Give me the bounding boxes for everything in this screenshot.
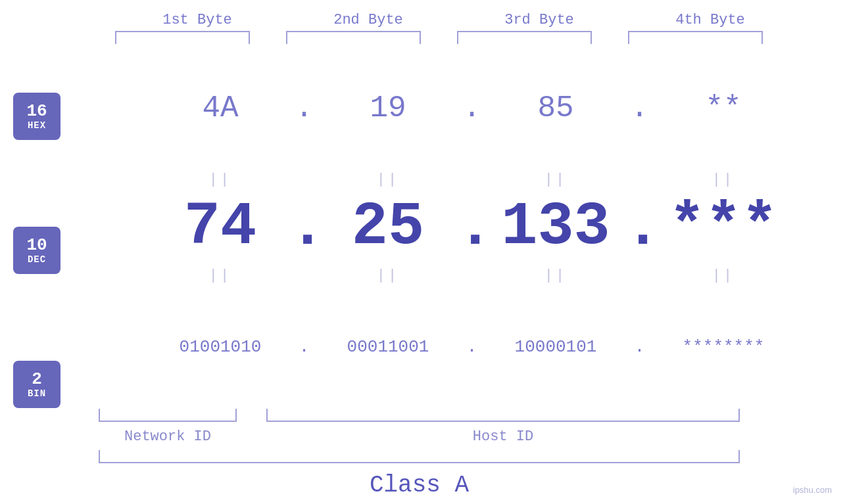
class-label: Class A — [370, 472, 469, 499]
bracket-bottom-1 — [99, 409, 237, 422]
dec-dot-2: . — [457, 193, 487, 262]
badges-column: 16 HEX 10 DEC 2 BIN — [0, 49, 99, 504]
hex-val-1: 4A — [151, 91, 289, 126]
dec-row: 74 . 25 . 133 . *** — [99, 192, 845, 263]
hex-badge: 16 HEX — [13, 93, 60, 140]
equals-row-2: || || || || — [99, 263, 845, 288]
hex-val-2: 19 — [319, 91, 457, 126]
class-bracket-row — [99, 450, 845, 467]
hex-val-4: ** — [654, 91, 792, 126]
hex-dot-2: . — [457, 91, 487, 126]
bin-badge-number: 2 — [32, 370, 42, 389]
bracket-top-4 — [628, 31, 763, 44]
bin-row: 01001010 . 00011001 . 10000101 . *******… — [99, 288, 845, 405]
bracket-top-3 — [457, 31, 592, 44]
eq1-2: || — [319, 172, 457, 188]
data-area: 4A . 19 . 85 . ** || || || || 74 — [99, 49, 845, 504]
eq1-1: || — [151, 172, 289, 188]
id-labels: Network ID Host ID — [99, 428, 845, 445]
dec-val-1: 74 — [151, 197, 289, 258]
bin-val-3: 10000101 — [487, 337, 625, 357]
bracket-top-2 — [286, 31, 421, 44]
bin-dot-1: . — [289, 337, 319, 357]
dec-dot-3: . — [625, 193, 654, 262]
hex-val-3: 85 — [487, 91, 625, 126]
dec-dot-1: . — [289, 193, 319, 262]
byte4-label: 4th Byte — [625, 12, 796, 28]
dec-badge: 10 DEC — [13, 227, 60, 274]
bracket-top-1 — [115, 31, 250, 44]
dec-badge-label: DEC — [28, 254, 46, 265]
byte3-label: 3rd Byte — [454, 12, 625, 28]
dec-val-2: 25 — [319, 197, 457, 258]
dec-val-4: *** — [654, 197, 792, 258]
hex-badge-label: HEX — [28, 120, 46, 131]
host-id-label: Host ID — [266, 428, 740, 445]
hex-dot-3: . — [625, 91, 654, 126]
bin-dot-3: . — [625, 337, 654, 357]
network-id-label: Network ID — [99, 428, 237, 445]
dec-val-3: 133 — [487, 197, 625, 258]
eq2-2: || — [319, 267, 457, 284]
eq2-3: || — [487, 267, 625, 284]
main-content: 16 HEX 10 DEC 2 BIN 4A . 19 . 85 . ** — [0, 49, 845, 504]
bin-dot-2: . — [457, 337, 487, 357]
class-bracket — [99, 450, 740, 463]
byte1-label: 1st Byte — [112, 12, 283, 28]
bracket-bottom-234 — [266, 409, 740, 422]
bin-val-1: 01001010 — [151, 337, 289, 357]
bin-badge-label: BIN — [28, 388, 46, 399]
eq2-4: || — [654, 267, 792, 284]
page-container: 1st Byte 2nd Byte 3rd Byte 4th Byte 16 H… — [0, 0, 845, 504]
dec-badge-number: 10 — [26, 236, 47, 255]
bin-val-4: ******** — [654, 337, 792, 357]
bin-badge: 2 BIN — [13, 361, 60, 408]
byte-headers: 1st Byte 2nd Byte 3rd Byte 4th Byte — [112, 12, 845, 28]
top-brackets — [115, 31, 845, 49]
hex-badge-number: 16 — [26, 102, 47, 121]
equals-row-1: || || || || — [99, 167, 845, 192]
eq1-3: || — [487, 172, 625, 188]
bottom-brackets — [99, 409, 845, 425]
hex-row: 4A . 19 . 85 . ** — [99, 49, 845, 167]
hex-dot-1: . — [289, 91, 319, 126]
bin-val-2: 00011001 — [319, 337, 457, 357]
eq2-1: || — [151, 267, 289, 284]
eq1-4: || — [654, 172, 792, 188]
class-label-row: Class A — [99, 472, 740, 499]
byte2-label: 2nd Byte — [283, 12, 454, 28]
watermark: ipshu.com — [793, 485, 832, 495]
